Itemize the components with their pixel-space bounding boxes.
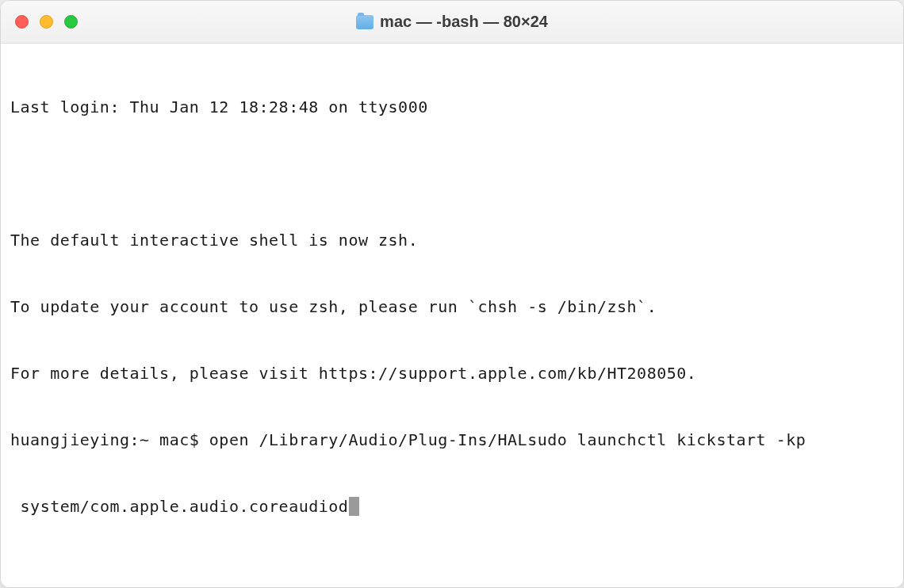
terminal-prompt-line: huangjieying:~ mac$ open /Library/Audio/… (10, 429, 894, 451)
terminal-window: mac — -bash — 80×24 Last login: Thu Jan … (0, 0, 904, 588)
terminal-prompt-cont-line: system/com.apple.audio.coreaudiod (10, 495, 894, 517)
zoom-button[interactable] (64, 15, 78, 29)
titlebar: mac — -bash — 80×24 (1, 1, 903, 44)
terminal-line-zsh-1: The default interactive shell is now zsh… (10, 229, 894, 251)
terminal-line-zsh-3: For more details, please visit https://s… (10, 362, 894, 384)
window-title-wrap: mac — -bash — 80×24 (1, 13, 903, 31)
home-folder-icon (356, 15, 373, 29)
cursor-icon (349, 497, 359, 516)
terminal-prompt-text-2: system/com.apple.audio.coreaudiod (10, 497, 348, 516)
minimize-button[interactable] (40, 15, 53, 29)
window-title: mac — -bash — 80×24 (380, 13, 548, 31)
close-button[interactable] (15, 15, 29, 29)
terminal-prompt-text-1: huangjieying:~ mac$ open /Library/Audio/… (10, 430, 806, 449)
terminal-blank-line (10, 162, 894, 185)
terminal-line-zsh-2: To update your account to use zsh, pleas… (10, 296, 894, 318)
terminal-line-last-login: Last login: Thu Jan 12 18:28:48 on ttys0… (10, 96, 894, 118)
terminal-content[interactable]: Last login: Thu Jan 12 18:28:48 on ttys0… (1, 44, 903, 587)
traffic-lights (1, 15, 78, 29)
